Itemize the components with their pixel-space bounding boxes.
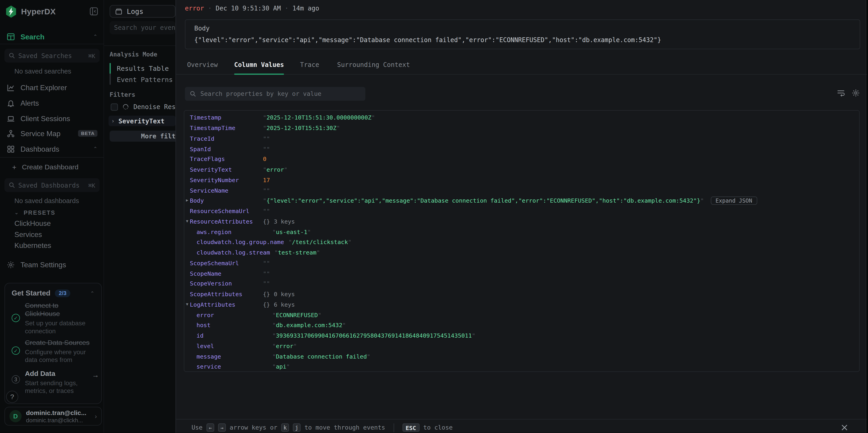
chevron-up-icon[interactable]: ⌃: [93, 146, 97, 152]
expander-icon[interactable]: ▼: [186, 219, 188, 223]
property-row[interactable]: TimestampTime"2025-12-10T15:51:30Z": [184, 123, 859, 133]
chevron-right-icon: ›: [95, 413, 97, 420]
brand[interactable]: HyperDX: [5, 5, 56, 18]
preset-clickhouse[interactable]: ClickHouse: [14, 219, 51, 227]
plus-icon: +: [12, 163, 16, 171]
chevron-up-icon[interactable]: ⌃: [93, 34, 97, 39]
sidebar-item-dashboards[interactable]: Dashboards ⌃: [7, 142, 97, 155]
arrow-left-keycap[interactable]: ←: [207, 424, 214, 432]
property-value: 17: [263, 177, 270, 183]
get-started-item-add-data[interactable]: 3 Add Data Start sending logs, metrics, …: [11, 370, 78, 395]
tab-overview[interactable]: Overview: [187, 55, 218, 74]
body-card-content: {"level":"error","service":"api","messag…: [194, 36, 854, 44]
property-row[interactable]: level"error": [184, 341, 859, 351]
property-row[interactable]: SeverityText"error": [184, 164, 859, 175]
severity-filter-group[interactable]: › SeverityText: [108, 116, 175, 126]
expand-json-button[interactable]: Expand JSON: [710, 196, 757, 205]
property-value: "test-stream": [274, 249, 320, 256]
property-row[interactable]: ScopeSchemaUrl"": [184, 258, 859, 268]
tab-column-values[interactable]: Column Values: [234, 55, 284, 74]
property-key: ResourceAttributes: [190, 218, 263, 225]
chevron-up-icon[interactable]: ⌃: [90, 290, 94, 296]
sidebar-search-label: Search: [21, 32, 44, 40]
gs-item-desc: Configure where your: [25, 348, 90, 356]
k-keycap[interactable]: k: [281, 424, 289, 432]
property-row[interactable]: error"ECONNREFUSED": [184, 310, 859, 320]
user-menu[interactable]: D dominic.tran@clic... dominic.tran@clic…: [4, 407, 102, 426]
event-timestamp: Dec 10 9:51:30 AM: [216, 4, 281, 12]
property-row[interactable]: ▼LogAttributes{}6 keys: [184, 299, 859, 310]
properties-table: Timestamp"2025-12-10T15:51:30.000000000Z…: [184, 110, 860, 372]
help-button[interactable]: ?: [6, 391, 18, 403]
presets-label: PRESETS: [24, 209, 56, 216]
create-dashboard-button[interactable]: + Create Dashboard: [12, 162, 98, 173]
property-value: "393693317069904167066162795804376914186…: [272, 332, 475, 339]
property-row[interactable]: ServiceName"": [184, 185, 859, 195]
get-started-item-connect[interactable]: ✓ Connect to ClickHouse Set up your data…: [11, 302, 85, 335]
saved-searches-input[interactable]: Saved Searches ⌘K: [4, 49, 99, 63]
property-row[interactable]: host"db.example.com:5432": [184, 320, 859, 330]
property-key: SeverityNumber: [190, 177, 263, 183]
sidebar-item-alerts[interactable]: Alerts: [7, 96, 97, 110]
close-icon[interactable]: [841, 424, 848, 431]
expander-icon[interactable]: ▼: [186, 302, 188, 306]
property-value: {}3 keys: [263, 218, 295, 225]
property-row[interactable]: TraceId"": [184, 133, 859, 144]
beta-badge: BETA: [78, 130, 97, 137]
sidebar-item-chart-explorer[interactable]: Chart Explorer: [7, 81, 97, 94]
property-key: service: [196, 363, 272, 370]
sidebar-item-service-map[interactable]: Service Map BETA: [7, 127, 97, 140]
source-select[interactable]: Logs: [110, 5, 175, 18]
property-row[interactable]: ScopeVersion"": [184, 278, 859, 289]
property-row[interactable]: service"api": [184, 362, 859, 372]
sidebar-item-team-settings[interactable]: Team Settings: [7, 258, 97, 271]
mode-results-table[interactable]: Results Table: [117, 65, 169, 72]
property-row[interactable]: ScopeName"": [184, 268, 859, 278]
denoise-checkbox[interactable]: [111, 103, 118, 111]
denoise-filter-row[interactable]: Denoise Resul: [111, 103, 183, 111]
get-started-progress-badge: 2/3: [55, 289, 70, 297]
arrow-right-keycap[interactable]: →: [218, 424, 226, 432]
get-started-item-datasources[interactable]: ✓ Create Data Sources Configure where yo…: [11, 339, 90, 364]
property-row[interactable]: ResourceSchemaUrl"": [184, 206, 859, 216]
gs-item-title: Connect to: [25, 302, 85, 310]
saved-dashboards-input[interactable]: Saved Dashboards ⌘K: [4, 178, 99, 192]
preset-services[interactable]: Services: [14, 230, 42, 238]
expander-icon[interactable]: ▶: [186, 198, 188, 203]
tab-surrounding-context[interactable]: Surrounding Context: [337, 55, 410, 74]
property-row[interactable]: ▼ResourceAttributes{}3 keys: [184, 216, 859, 226]
property-row[interactable]: Timestamp"2025-12-10T15:51:30.000000000Z…: [184, 113, 859, 123]
tab-trace[interactable]: Trace: [300, 55, 319, 74]
settings-gear-icon[interactable]: [851, 89, 860, 97]
get-started-title: Get Started: [11, 289, 50, 297]
mode-event-patterns[interactable]: Event Patterns: [117, 76, 173, 84]
property-value: "{"level":"error","service":"api","messa…: [263, 196, 757, 205]
service-map-icon: [7, 129, 15, 137]
wrap-lines-icon[interactable]: [836, 89, 845, 97]
property-row[interactable]: ScopeAttributes{}0 keys: [184, 289, 859, 299]
property-row[interactable]: ▶Body"{"level":"error","service":"api","…: [184, 195, 859, 206]
property-row[interactable]: TraceFlags0: [184, 154, 859, 164]
sidebar-item-client-sessions[interactable]: Client Sessions: [7, 112, 97, 125]
dashboards-label: Dashboards: [21, 145, 59, 153]
property-row[interactable]: message"Database connection failed": [184, 351, 859, 362]
preset-kubernetes[interactable]: Kubernetes: [14, 241, 51, 249]
sidebar-item-search[interactable]: Search ⌃: [7, 30, 97, 43]
no-saved-dashboards-text: No saved dashboards: [14, 197, 79, 205]
properties-search-input[interactable]: Search properties by key or value: [185, 87, 366, 101]
hint-text: arrow keys or: [230, 424, 277, 431]
property-row[interactable]: cloudwatch.log.group.name"/test/clicksta…: [184, 237, 859, 247]
esc-keycap[interactable]: ESC: [402, 424, 420, 432]
property-row[interactable]: id"3936933170699041670661627958043769141…: [184, 330, 859, 341]
dashboards-icon: [7, 145, 15, 153]
events-search-input[interactable]: Search your event: [110, 21, 175, 34]
property-key: ScopeName: [190, 270, 263, 276]
more-filters-button[interactable]: More filte: [110, 131, 182, 142]
property-row[interactable]: aws.region"us-east-1": [184, 226, 859, 237]
property-row[interactable]: cloudwatch.log.stream"test-stream": [184, 247, 859, 258]
j-keycap[interactable]: j: [293, 424, 301, 432]
property-row[interactable]: SpanId"": [184, 144, 859, 154]
property-row[interactable]: SeverityNumber17: [184, 175, 859, 185]
presets-header[interactable]: ⌄ PRESETS: [14, 209, 55, 216]
collapse-sidebar-icon[interactable]: [90, 7, 98, 16]
